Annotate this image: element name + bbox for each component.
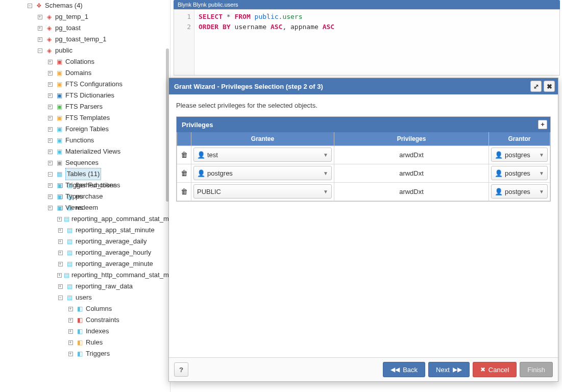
tree-node[interactable]: + ▣ Views <box>47 202 170 213</box>
tree-node-schema-public[interactable]: − ◈ public <box>37 45 170 56</box>
tree-node-tables[interactable]: − ▦ Tables (11) <box>47 168 170 180</box>
help-button[interactable]: ? <box>174 362 188 377</box>
user-icon: 👤 <box>197 169 205 177</box>
add-privilege-button[interactable]: + <box>538 120 547 129</box>
expand-icon[interactable]: + <box>48 194 53 199</box>
tree-node[interactable]: + ▣ FTS Configurations <box>47 79 170 90</box>
tree-node[interactable]: + ▣ Foreign Tables <box>47 124 170 135</box>
delete-row-button[interactable]: 🗑 <box>181 187 188 195</box>
table-icon: ▤ <box>65 237 74 246</box>
expand-icon[interactable]: + <box>48 82 53 87</box>
tree-node[interactable]: + ◧ Triggers <box>67 348 170 359</box>
back-button[interactable]: ◀◀Back <box>383 362 425 377</box>
grantee-select[interactable]: 👤 postgres ▼ <box>193 166 332 180</box>
col-grantor: Grantor <box>489 132 550 145</box>
collapse-icon[interactable]: − <box>28 4 32 8</box>
tree-node-table[interactable]: + ▤ reporting_raw_data <box>57 281 170 292</box>
tree-node[interactable]: + ◧ Indexes <box>67 326 170 337</box>
tree-node-table[interactable]: + ▤ reporting_app_command_stat_minute <box>57 213 170 225</box>
sql-tab[interactable]: Blynk Blynk public.users <box>174 0 560 9</box>
tree-node[interactable]: + ▣ Domains <box>47 67 170 79</box>
node-icon: ▣ <box>55 192 63 201</box>
tree-label: Types <box>65 191 83 202</box>
tree-node-table[interactable]: + ▤ reporting_http_command_stat_minute <box>57 270 170 281</box>
collapse-icon[interactable]: − <box>38 48 42 53</box>
delete-row-button[interactable]: 🗑 <box>181 169 188 177</box>
cancel-button[interactable]: ✖Cancel <box>473 362 517 377</box>
expand-icon[interactable]: + <box>38 26 42 31</box>
expand-icon[interactable]: + <box>48 60 53 64</box>
expand-icon[interactable]: + <box>68 318 73 323</box>
chevron-down-icon: ▼ <box>539 189 544 194</box>
tree-label: reporting_average_hourly <box>76 247 151 258</box>
expand-icon[interactable]: + <box>57 273 62 278</box>
grantee-select[interactable]: 👤 test ▼ <box>193 148 332 162</box>
tree-node-schema[interactable]: + ◈ pg_temp_1 <box>37 11 170 22</box>
table-icon: ▤ <box>65 226 74 234</box>
grantee-select[interactable]: PUBLIC ▼ <box>193 184 332 199</box>
expand-icon[interactable]: + <box>48 161 53 165</box>
tree-node-schema[interactable]: + ◈ pg_toast <box>37 22 170 34</box>
tree-node-table[interactable]: + ▤ reporting_average_daily <box>57 236 170 247</box>
expand-icon[interactable]: + <box>68 329 73 334</box>
tree-node[interactable]: + ▣ FTS Parsers <box>47 101 170 112</box>
expand-icon[interactable]: + <box>57 217 62 222</box>
expand-icon[interactable]: + <box>48 183 53 188</box>
tree-node[interactable]: + ▣ Trigger Functions <box>47 180 170 191</box>
next-button[interactable]: Next▶▶ <box>428 362 470 377</box>
expand-icon[interactable]: + <box>68 352 73 356</box>
expand-icon[interactable]: + <box>58 239 63 244</box>
expand-icon[interactable]: + <box>38 37 42 42</box>
sql-code[interactable]: SELECT * FROM public.users ORDER BY user… <box>194 10 338 75</box>
expand-icon[interactable]: + <box>48 71 53 76</box>
close-button[interactable]: ✖ <box>544 81 555 92</box>
expand-icon[interactable]: + <box>48 206 53 210</box>
tree-node-schema[interactable]: + ◈ pg_toast_temp_1 <box>37 34 170 45</box>
grantor-select[interactable]: 👤 postgres ▼ <box>491 184 548 199</box>
expand-icon[interactable]: + <box>58 262 63 266</box>
tree-node[interactable]: + ▣ Materialized Views <box>47 146 170 157</box>
tree-node[interactable]: + ▣ Collations <box>47 56 170 67</box>
tree-node[interactable]: + ◧ Constraints <box>67 314 170 326</box>
expand-icon[interactable]: + <box>48 105 53 109</box>
expand-icon[interactable]: + <box>58 251 63 255</box>
expand-icon[interactable]: + <box>48 138 53 143</box>
tree-node[interactable]: + ◧ Rules <box>67 337 170 348</box>
tree-node[interactable]: + ▣ Functions <box>47 135 170 146</box>
tree-node[interactable]: + ◧ Columns <box>67 303 170 314</box>
tree-node[interactable]: + ▣ FTS Templates <box>47 112 170 124</box>
tree-label: Collations <box>65 56 94 67</box>
expand-icon[interactable]: + <box>48 116 53 120</box>
tree-node[interactable]: + ▣ Sequences <box>47 157 170 168</box>
expand-icon[interactable]: + <box>58 284 63 289</box>
tree-node-table[interactable]: + ▤ reporting_average_hourly <box>57 247 170 258</box>
grantor-select[interactable]: 👤 postgres ▼ <box>491 148 548 162</box>
node-icon: ▣ <box>55 136 63 144</box>
tree-node-table[interactable]: + ▤ reporting_average_minute <box>57 258 170 270</box>
tree-label: FTS Configurations <box>65 79 123 90</box>
tree-label: public <box>55 45 72 56</box>
expand-icon[interactable]: + <box>48 127 53 132</box>
collapse-icon[interactable]: − <box>58 296 63 300</box>
expand-icon[interactable]: + <box>68 307 73 311</box>
chevron-down-icon: ▼ <box>539 170 544 176</box>
tree-node-table[interactable]: + ▤ reporting_app_stat_minute <box>57 225 170 236</box>
tree-label: reporting_average_daily <box>76 236 146 247</box>
tree-node-table[interactable]: − ▤ users <box>57 292 170 303</box>
tree-node[interactable]: + ▣ FTS Dictionaries <box>47 90 170 101</box>
expand-icon[interactable]: + <box>58 228 63 233</box>
tree-label: Trigger Functions <box>65 180 117 191</box>
expand-icon[interactable]: + <box>48 93 53 98</box>
expand-icon[interactable]: + <box>38 15 42 19</box>
tree-label: FTS Templates <box>65 112 110 124</box>
expand-icon[interactable]: + <box>68 340 73 345</box>
delete-row-button[interactable]: 🗑 <box>181 151 188 159</box>
collapse-icon[interactable]: − <box>48 172 53 177</box>
node-icon: ▣ <box>55 125 63 133</box>
tree-node[interactable]: + ▣ Types <box>47 191 170 202</box>
tree-node-schemas[interactable]: − ❖ Schemas (4) <box>27 0 170 11</box>
grantor-select[interactable]: 👤 postgres ▼ <box>491 166 548 180</box>
object-browser: − ❖ Schemas (4) + ◈ pg_temp_1 + ◈ pg_toa… <box>0 0 170 392</box>
expand-icon[interactable]: + <box>48 150 53 154</box>
maximize-button[interactable]: ⤢ <box>530 81 542 92</box>
